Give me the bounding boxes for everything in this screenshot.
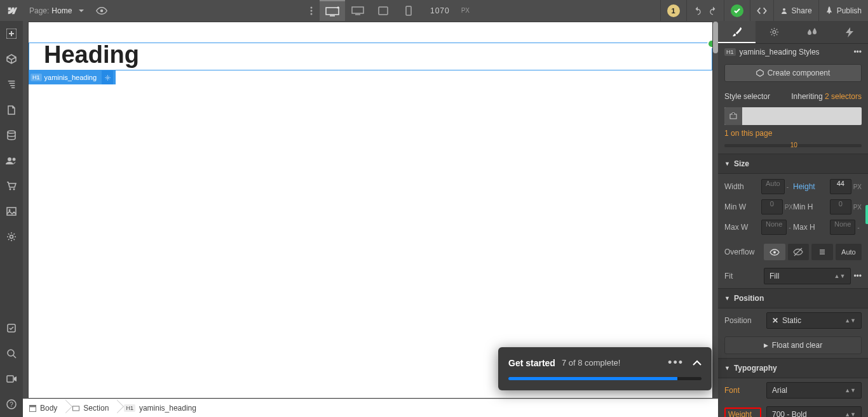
section-size[interactable]: ▼Size	[718, 154, 868, 174]
toast-menu[interactable]: •••	[668, 356, 684, 369]
cube-icon	[6, 54, 17, 64]
overflow-hidden[interactable]	[788, 244, 810, 260]
section-icon	[72, 405, 79, 412]
layers-icon	[7, 80, 16, 89]
panel-resize-handle[interactable]	[865, 205, 868, 224]
tab-effects[interactable]	[831, 21, 868, 43]
height-label: Height	[793, 182, 830, 191]
crumb-body[interactable]: Body	[23, 399, 66, 417]
page-name[interactable]: Home	[51, 6, 78, 15]
device-mobile[interactable]	[396, 0, 421, 21]
monitor-star-icon: ★	[325, 6, 339, 17]
help-button[interactable]: ?	[0, 392, 23, 417]
width-input[interactable]: Auto	[761, 179, 785, 194]
webflow-logo[interactable]	[0, 0, 23, 21]
image-icon	[6, 207, 17, 216]
export-code-button[interactable]	[750, 0, 773, 21]
device-desktop-large[interactable]: ★	[320, 0, 345, 21]
changes-count[interactable]: 1	[660, 0, 686, 21]
left-toolbar: ?	[0, 21, 23, 417]
overflow-visible[interactable]	[764, 244, 785, 260]
width-label: Width	[724, 182, 761, 191]
minh-input[interactable]: 0	[830, 199, 851, 215]
selection-label[interactable]: H1 yaminis_heading	[28, 70, 116, 84]
canvas-width-value[interactable]: 1070	[421, 6, 459, 15]
breadcrumb-bar: Body Section H1 yaminis_heading	[23, 399, 718, 417]
minw-input[interactable]: 0	[761, 199, 783, 215]
svg-point-18	[10, 235, 13, 239]
settings-button[interactable]	[0, 224, 23, 249]
crumb-section[interactable]: Section	[66, 399, 118, 417]
overflow-auto[interactable]: Auto	[836, 244, 862, 260]
maxw-input[interactable]: None	[761, 220, 787, 235]
get-started-toast: Get started 7 of 8 complete! •••	[498, 347, 712, 390]
undo-button[interactable]	[686, 0, 709, 21]
create-component-button[interactable]: Create component	[724, 64, 862, 82]
class-menu[interactable]: •••	[853, 48, 862, 56]
svg-point-3	[310, 13, 312, 15]
cms-button[interactable]	[0, 122, 23, 148]
help-icon: ?	[6, 399, 17, 409]
font-select[interactable]: Arial▲▼	[766, 382, 862, 399]
fit-more[interactable]: •••	[853, 272, 862, 281]
fit-select[interactable]: Fill▲▼	[764, 268, 851, 284]
search-button[interactable]	[0, 341, 23, 366]
add-element-button[interactable]	[0, 21, 23, 46]
users-button[interactable]	[0, 148, 23, 173]
device-tablet[interactable]	[370, 0, 396, 21]
toast-collapse[interactable]	[693, 360, 702, 366]
svg-rect-8	[406, 6, 411, 15]
float-clear-button[interactable]: ▶Float and clear	[724, 336, 862, 354]
element-tag: H1	[724, 48, 736, 56]
selection-settings[interactable]	[102, 70, 113, 84]
eye-icon	[96, 7, 107, 15]
crumb-heading[interactable]: H1 yaminis_heading	[118, 399, 205, 417]
tab-interactions[interactable]	[793, 21, 831, 43]
redo-button[interactable]	[709, 0, 724, 21]
chevron-down-icon[interactable]	[78, 8, 85, 14]
minw-label: Min W	[724, 202, 761, 211]
status-ok[interactable]	[724, 0, 750, 21]
height-input[interactable]: 44	[830, 179, 851, 194]
add-after-handle[interactable]	[707, 39, 713, 48]
section-typography[interactable]: ▼Typography	[718, 358, 868, 378]
tab-style[interactable]	[718, 21, 756, 43]
symbols-button[interactable]	[0, 46, 23, 72]
position-select[interactable]: ✕Static ▲▼	[766, 312, 862, 329]
maxh-input[interactable]: None	[830, 220, 855, 235]
section-position[interactable]: ▼Position	[718, 288, 868, 308]
minh-label: Min H	[793, 202, 830, 211]
user-icon	[780, 7, 788, 15]
canvas-scrollbar[interactable]	[713, 22, 718, 53]
share-button[interactable]: Share	[773, 0, 818, 21]
svg-point-15	[13, 189, 15, 190]
toast-progress	[508, 377, 702, 380]
selector-input[interactable]	[724, 107, 862, 125]
selector-type-icon[interactable]	[724, 107, 742, 125]
selection-class: yaminis_heading	[44, 74, 97, 81]
font-label: Font	[724, 386, 761, 395]
more-menu[interactable]	[303, 0, 320, 21]
ecommerce-button[interactable]	[0, 173, 23, 199]
overflow-scroll[interactable]	[811, 244, 833, 260]
style-selector-label: Style selector	[724, 92, 770, 101]
video-button[interactable]	[0, 366, 23, 392]
audit-button[interactable]	[0, 315, 23, 341]
device-desktop[interactable]	[345, 0, 370, 21]
maxh-label: Max H	[793, 223, 830, 232]
inheriting-link[interactable]: 2 selectors	[825, 92, 862, 101]
publish-button[interactable]: Publish	[818, 0, 868, 21]
eye-off-icon	[793, 248, 803, 256]
element-class-title: yaminis_heading Styles	[740, 48, 820, 56]
assets-button[interactable]	[0, 199, 23, 224]
tab-settings[interactable]	[756, 21, 793, 43]
pages-button[interactable]	[0, 97, 23, 122]
on-page-count[interactable]: 1 on this page	[724, 129, 772, 138]
navigator-button[interactable]	[0, 72, 23, 97]
gear-icon	[770, 27, 779, 37]
weight-select[interactable]: 700 - Bold▲▼	[766, 406, 862, 417]
preview-button[interactable]	[91, 0, 112, 21]
selection-tag: H1	[31, 74, 42, 81]
page-canvas[interactable]: Heading H1 yaminis_heading	[28, 22, 713, 399]
svg-point-28	[773, 30, 776, 34]
